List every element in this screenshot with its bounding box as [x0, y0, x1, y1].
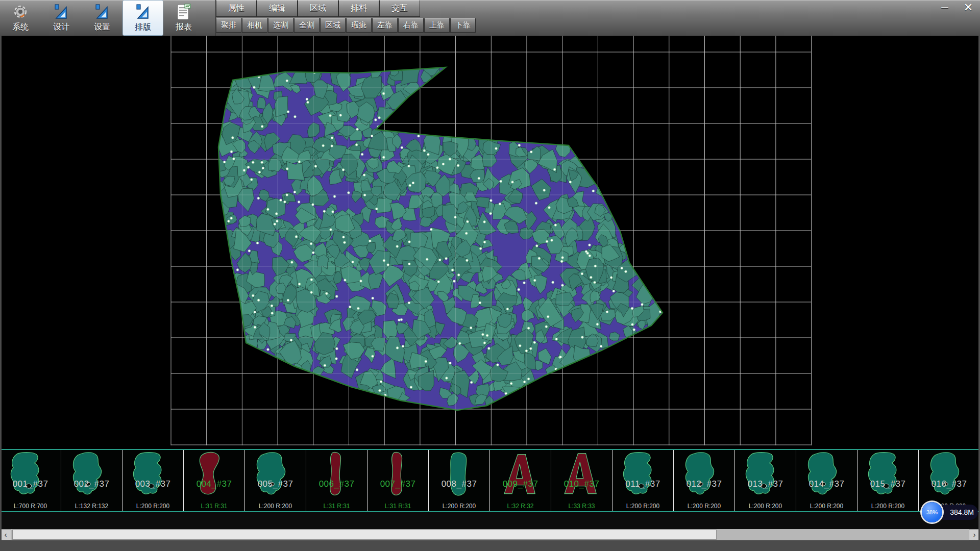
scroll-thumb[interactable] [12, 530, 717, 540]
nav-item-design[interactable]: 设计 [41, 0, 82, 36]
part-shape-icon [68, 450, 116, 498]
minimize-button[interactable]: ─ [937, 1, 952, 14]
part-lr-counts: L:31 R:31 [368, 503, 428, 510]
part-shape-icon [558, 450, 606, 498]
progress-percent: 38% [926, 509, 938, 515]
nav-item-label: 设计 [53, 22, 69, 33]
part-shape-icon [129, 450, 177, 498]
gear-icon [11, 3, 30, 21]
tool-button-select-cut[interactable]: 选割 [268, 18, 293, 33]
part-shape-icon [619, 450, 667, 498]
nav-item-label: 设置 [94, 22, 110, 33]
part-shape-icon [864, 450, 912, 498]
part-thumbnail[interactable]: 016_#37L:200 R:200 [919, 450, 980, 511]
leather-hide[interactable] [212, 61, 666, 410]
part-lr-counts: L:31 R:31 [184, 503, 244, 510]
part-lr-counts: L:200 R:200 [674, 503, 734, 510]
part-lr-counts: L:200 R:200 [429, 503, 489, 510]
nav-item-label: 系统 [12, 22, 29, 33]
tool-button-align-bottom[interactable]: 下靠 [450, 18, 476, 33]
part-shape-icon [742, 450, 790, 498]
part-thumbnail[interactable]: 002_#37L:132 R:132 [61, 450, 122, 511]
part-shape-icon [190, 450, 238, 498]
part-thumbnail[interactable]: 014_#37L:200 R:200 [796, 450, 857, 511]
part-lr-counts: L:132 R:132 [61, 503, 122, 510]
part-thumbnail[interactable]: 008_#37L:200 R:200 [429, 450, 490, 511]
toolbar: 系统设计设置排版报表 属性编辑区域排料交互 聚排相机选割全割区域瑕疵左靠右靠上靠… [0, 0, 980, 36]
part-thumbnail[interactable]: 001_#37L:700 R:700 [0, 450, 61, 511]
part-lr-counts: L:200 R:200 [612, 503, 673, 510]
window-frame-bottom [0, 540, 980, 551]
menu-tab-nesting[interactable]: 排料 [338, 0, 379, 17]
nav-item-label: 排版 [135, 22, 151, 33]
part-lr-counts: L:200 R:200 [245, 503, 306, 510]
part-thumbnail[interactable]: 005_#37L:200 R:200 [245, 450, 306, 511]
part-shape-icon [313, 450, 361, 498]
memory-value: 384.8M [950, 508, 974, 516]
part-shape-icon [7, 450, 55, 498]
tool-button-region[interactable]: 区域 [320, 18, 346, 33]
part-lr-counts: L:200 R:200 [796, 503, 857, 510]
nested-pieces [212, 61, 666, 408]
part-thumbnail[interactable]: 007_#37L:31 R:31 [368, 450, 429, 511]
menu-tab-interact[interactable]: 交互 [379, 0, 420, 17]
part-thumbnail[interactable]: 015_#37L:200 R:200 [857, 450, 919, 511]
part-thumbnail[interactable]: 012_#37L:200 R:200 [674, 450, 735, 511]
scroll-left-button[interactable]: ‹ [0, 529, 11, 540]
part-lr-counts: L:32 R:32 [490, 503, 551, 510]
tool-button-align-right[interactable]: 右靠 [398, 18, 424, 33]
report-doc-icon [175, 3, 193, 21]
main-nav: 系统设计设置排版报表 [0, 0, 204, 36]
nesting-canvas[interactable] [0, 36, 980, 449]
part-lr-counts: L:200 R:200 [857, 503, 918, 510]
nav-item-settings[interactable]: 设置 [82, 0, 122, 36]
window-frame-left [0, 36, 2, 540]
canvas-svg [0, 36, 980, 449]
part-thumbnail[interactable]: 013_#37L:200 R:200 [735, 450, 796, 511]
part-lr-counts: L:700 R:700 [0, 503, 61, 510]
horizontal-scrollbar[interactable]: ‹ › [0, 529, 980, 540]
settings-ruler-icon [93, 3, 111, 21]
menu-area: 属性编辑区域排料交互 聚排相机选割全割区域瑕疵左靠右靠上靠下靠 [215, 0, 476, 36]
layout-ruler-icon [134, 3, 152, 21]
close-button[interactable]: ✕ [961, 1, 976, 14]
tool-button-row: 聚排相机选割全割区域瑕疵左靠右靠上靠下靠 [216, 18, 476, 34]
part-shape-icon [435, 450, 483, 498]
tool-button-camera[interactable]: 相机 [242, 18, 267, 33]
part-shape-icon [374, 450, 422, 498]
part-thumbnail[interactable]: 009_#37L:32 R:32 [490, 450, 551, 511]
nav-item-report[interactable]: 报表 [163, 0, 204, 36]
part-shape-icon [497, 450, 545, 498]
part-shape-icon [680, 450, 728, 498]
menu-tab-region[interactable]: 区域 [298, 0, 338, 17]
part-thumbnail[interactable]: 011_#37L:200 R:200 [612, 450, 674, 511]
progress-badge: 38% [922, 502, 942, 522]
part-lr-counts: L:200 R:200 [735, 503, 796, 510]
part-thumbnail[interactable]: 006_#37L:31 R:31 [306, 450, 368, 511]
nav-item-layout[interactable]: 排版 [122, 0, 163, 36]
bottom-gap [0, 512, 980, 529]
part-shape-icon [925, 450, 973, 498]
tool-button-cluster-nest[interactable]: 聚排 [216, 18, 241, 33]
part-thumbnail[interactable]: 004_#37L:31 R:31 [184, 450, 245, 511]
memory-indicator: 384.8M [936, 505, 978, 520]
nav-item-system[interactable]: 系统 [0, 0, 41, 36]
tool-button-defect[interactable]: 瑕疵 [346, 18, 372, 33]
menu-tab-properties[interactable]: 属性 [216, 0, 257, 17]
part-lr-counts: L:33 R:33 [551, 503, 612, 510]
tool-button-align-left[interactable]: 左靠 [372, 18, 398, 33]
menu-tab-edit[interactable]: 编辑 [257, 0, 298, 17]
part-shape-icon [803, 450, 851, 498]
tool-button-align-top[interactable]: 上靠 [424, 18, 450, 33]
nav-item-label: 报表 [176, 22, 192, 33]
design-ruler-icon [52, 3, 70, 21]
window-controls: ─✕ [937, 1, 976, 14]
part-thumbnail[interactable]: 003_#37L:200 R:200 [122, 450, 184, 511]
tool-button-cut-all[interactable]: 全割 [294, 18, 320, 33]
parts-strip: 001_#37L:700 R:700002_#37L:132 R:132003_… [0, 449, 980, 512]
part-thumbnail[interactable]: 010_#37L:33 R:33 [551, 450, 612, 511]
menu-tab-row: 属性编辑区域排料交互 [216, 0, 476, 17]
part-shape-icon [252, 450, 300, 498]
part-lr-counts: L:31 R:31 [306, 503, 367, 510]
part-lr-counts: L:200 R:200 [122, 503, 183, 510]
